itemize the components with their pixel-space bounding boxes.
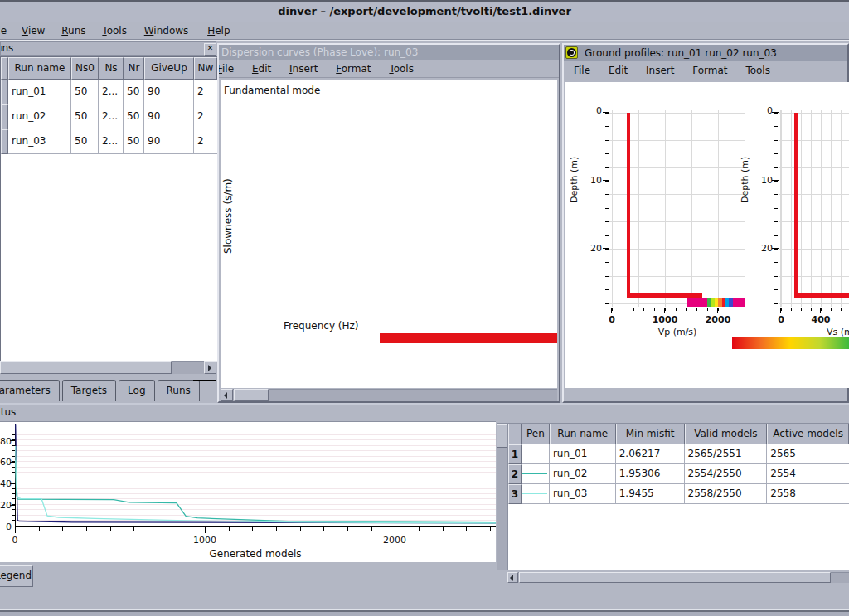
cell-min-misfit: 1.95306	[616, 464, 685, 484]
col-header-ns0[interactable]: Ns0	[71, 57, 99, 80]
menu-edit[interactable]: Edit	[250, 62, 273, 75]
scrollbar-thumb[interactable]	[0, 361, 172, 374]
vs-y-axis-label: Depth (m)	[740, 140, 753, 219]
vs-profile-plot	[779, 110, 849, 307]
menu-help[interactable]: Help	[206, 24, 231, 37]
vp-ytick-10: 10	[587, 175, 602, 186]
vs-x-minor-ticks	[781, 308, 849, 311]
splitter-handle[interactable]	[0, 403, 849, 405]
x-major-tick	[15, 527, 16, 533]
menu-tools[interactable]: Tools	[744, 64, 772, 77]
geopsy-app-icon	[565, 46, 578, 59]
tabpane-edge	[193, 380, 216, 381]
main-menubar: File View Runs Tools Windows Help	[0, 22, 849, 40]
y-axis-label: Slowness (s/m)	[222, 162, 235, 270]
icon-circle	[567, 48, 576, 57]
scroll-right-button[interactable]	[204, 361, 216, 374]
vs-x-major-tick	[820, 308, 821, 313]
cell-min-misfit: 1.9455	[616, 484, 685, 504]
table-row[interactable]: run_03 50 2... 50 90 2	[1, 129, 217, 154]
table-row[interactable]: 1 run_01 2.06217 2565/2551 2565	[508, 444, 849, 464]
vp-ytick-0: 0	[590, 105, 602, 116]
scroll-left-button[interactable]	[507, 572, 518, 583]
table-row[interactable]: run_02 50 2... 50 90 2	[1, 104, 217, 129]
vs-y-major-tick	[772, 180, 779, 181]
cell-ns: 2...	[99, 80, 124, 104]
menu-file[interactable]: File	[572, 64, 592, 77]
models-band	[687, 298, 745, 307]
cell-pen	[522, 444, 550, 464]
col-header-run-name[interactable]: Run name	[550, 424, 616, 444]
menu-insert[interactable]: Insert	[288, 62, 319, 75]
menu-tools[interactable]: Tools	[387, 62, 415, 75]
tab-runs[interactable]: Runs	[158, 380, 200, 401]
col-header-giveup[interactable]: GiveUp	[144, 57, 194, 80]
menu-file[interactable]: File	[0, 24, 8, 37]
tab-parameters[interactable]: Parameters	[0, 380, 60, 401]
col-header-active-models[interactable]: Active models	[767, 424, 849, 444]
misfit-gradient-colorbar	[732, 337, 849, 349]
scrollbar-thumb[interactable]	[234, 389, 269, 401]
dispersion-hscrollbar[interactable]	[221, 389, 557, 401]
tab-targets[interactable]: Targets	[62, 380, 116, 401]
col-header-run-name[interactable]: Run name	[8, 57, 71, 80]
scrollbar-thumb[interactable]	[497, 424, 507, 448]
col-header-min-misfit[interactable]: Min misfit	[616, 424, 685, 444]
scrollbar-thumb[interactable]	[519, 572, 831, 583]
vp-y-major-tick	[603, 112, 609, 113]
col-header-valid-models[interactable]: Valid models	[685, 424, 768, 444]
col-header-nw[interactable]: Nw	[194, 57, 217, 80]
vp-x-major-tick	[664, 308, 665, 313]
vs-y-minor-ticks	[774, 113, 778, 304]
results-hscrollbar[interactable]	[507, 572, 849, 583]
menu-edit[interactable]: Edit	[607, 64, 629, 77]
col-header-pen[interactable]: Pen	[522, 424, 550, 444]
status-vscrollbar[interactable]	[497, 423, 507, 570]
vs-y-major-tick	[772, 112, 779, 113]
row-handle	[1, 80, 8, 104]
cell-valid-models: 2558/2550	[685, 484, 768, 504]
legend-button[interactable]: Legend	[0, 565, 33, 587]
cell-valid-models: 2565/2551	[685, 444, 768, 464]
app-titlebar[interactable]: dinver – /export/development/tvolti/test…	[0, 0, 849, 24]
menu-runs[interactable]: Runs	[60, 24, 87, 37]
vp-profile-plot	[609, 110, 745, 307]
dock-titlebar[interactable]: Runs	[0, 41, 216, 56]
arrow-left-icon	[224, 392, 227, 399]
dock-tabbar: ParametersTargetsLogRuns	[0, 380, 216, 402]
misfit-series-lines	[15, 424, 496, 526]
table-row[interactable]: 3 run_03 1.9455 2558/2550 2558	[508, 484, 849, 504]
cell-ns: 2...	[99, 104, 124, 129]
runs-table-hscrollbar[interactable]	[0, 361, 216, 374]
close-icon[interactable]: ✕	[204, 43, 216, 56]
scroll-left-button[interactable]	[221, 389, 233, 401]
dispersion-titlebar[interactable]: Dispersion curves (Phase Love): run_03	[219, 45, 559, 60]
ground-titlebar[interactable]: Ground profiles: run_01 run_02 run_03	[564, 45, 847, 61]
col-header-ns[interactable]: Ns	[99, 57, 124, 80]
vp-xtick-2000: 2000	[701, 314, 735, 325]
menu-view[interactable]: View	[20, 24, 46, 37]
row-handle	[1, 104, 8, 129]
tab-log[interactable]: Log	[119, 380, 154, 401]
col-header-nr[interactable]: Nr	[124, 57, 144, 80]
menu-insert[interactable]: Insert	[644, 64, 676, 77]
xtick-1000: 1000	[188, 535, 221, 546]
menu-format[interactable]: Format	[691, 64, 729, 77]
corner-header-cell	[508, 424, 522, 444]
x-major-tick	[205, 527, 206, 533]
vp-x-minor-ticks	[612, 308, 720, 311]
cell-nw: 2	[194, 129, 217, 154]
menu-file[interactable]: File	[219, 62, 235, 75]
series-run_03	[16, 446, 496, 523]
vs-y-major-tick	[772, 248, 779, 249]
cell-run-name: run_01	[550, 444, 616, 464]
menu-tools[interactable]: Tools	[100, 24, 129, 37]
ytick-80: 80	[0, 436, 12, 447]
menu-windows[interactable]: Windows	[143, 24, 191, 37]
cell-nr: 50	[124, 80, 144, 104]
table-row[interactable]: run_01 50 2... 50 90 2	[1, 80, 217, 104]
menu-format[interactable]: Format	[334, 62, 372, 75]
arrow-left-icon	[510, 575, 513, 581]
vs-xtick-800: 800	[844, 314, 849, 325]
table-row[interactable]: 2 run_02 1.95306 2554/2550 2554	[508, 464, 849, 484]
